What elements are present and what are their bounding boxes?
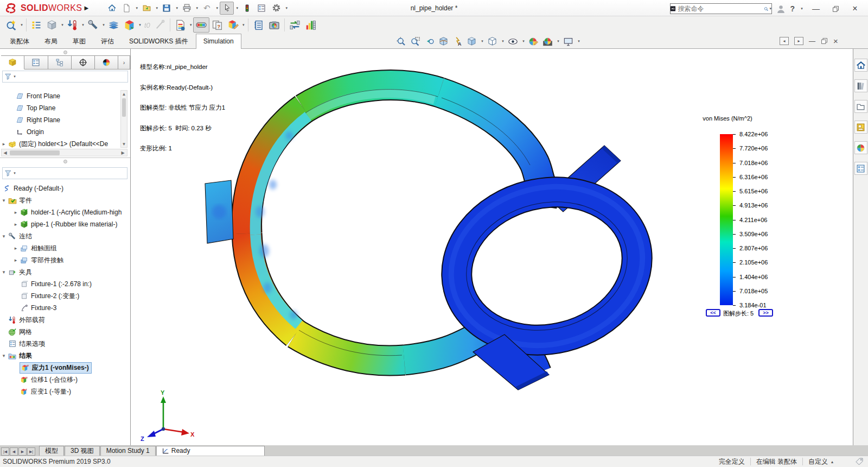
zoom-area-button[interactable] <box>409 35 422 48</box>
user-icon[interactable] <box>776 4 786 14</box>
scroll-up-arrow[interactable]: ▲ <box>121 91 127 97</box>
tree-item-front-plane[interactable]: Front Plane <box>0 90 119 102</box>
model-tab[interactable]: 模型 <box>39 446 64 456</box>
next-pane-button[interactable]: ▸ <box>794 37 803 45</box>
custom-status-caret[interactable]: ▴ <box>831 459 833 464</box>
panel-mid-splitter[interactable] <box>0 157 130 165</box>
search-icon[interactable] <box>764 5 768 13</box>
scroll-down-arrow[interactable]: ▼ <box>121 141 127 147</box>
view-settings-button[interactable] <box>562 35 575 48</box>
connections-caret[interactable]: ▾ <box>101 23 106 27</box>
configurationmanager-tab[interactable] <box>48 55 72 70</box>
run-study-button[interactable] <box>122 17 137 33</box>
apply-scene-caret[interactable]: ▾ <box>556 39 560 43</box>
sim-tree-fixture-1[interactable]: Fixture-1 (:-2.678 in:) <box>0 278 130 290</box>
sim-tree-connections[interactable]: ▾连结 <box>0 230 130 242</box>
hscroll-thumb[interactable] <box>10 150 60 155</box>
display-style-button[interactable] <box>486 35 499 48</box>
scroll-right-arrow[interactable]: ▶ <box>119 150 126 155</box>
sim-tree-results-folder[interactable]: ▾结果 <box>0 350 130 362</box>
sim-tree-external-loads[interactable]: 外部载荷 <box>0 314 130 326</box>
apply-material-button[interactable] <box>29 17 44 33</box>
save-button[interactable] <box>159 2 174 15</box>
featuremanager-tab[interactable] <box>1 55 24 70</box>
3d-views-tab[interactable]: 3D 视图 <box>65 446 100 456</box>
tree-item-right-plane[interactable]: Right Plane <box>0 114 119 126</box>
sim-tree-fixtures-folder[interactable]: ▾夹具 <box>0 266 130 278</box>
panel-top-splitter[interactable] <box>0 49 130 55</box>
save-caret[interactable]: ▾ <box>175 6 179 10</box>
design-library-button[interactable] <box>854 79 867 92</box>
apply-scene-button[interactable] <box>541 35 554 48</box>
zoom-fit-button[interactable] <box>395 35 407 48</box>
external-loads-caret[interactable]: ▾ <box>81 23 85 27</box>
sim-tree-pipe-part[interactable]: ▸pipe-1 (-Rubber like material-) <box>0 218 130 230</box>
view-orientation-button[interactable] <box>465 35 478 48</box>
sim-tree-holder-part[interactable]: ▸holder-1 (-Acrylic (Medium-high <box>0 206 130 218</box>
custom-status-button[interactable]: 自定义 <box>808 457 828 466</box>
sim-tree-component-contact[interactable]: ▸零部件接触 <box>0 254 130 266</box>
sim-tree-study[interactable]: Ready (-Default-) <box>0 182 130 194</box>
prev-tab-button[interactable]: ◀ <box>10 447 18 456</box>
traffic-light-icon[interactable] <box>240 2 254 15</box>
offload-simulation-button[interactable] <box>287 17 303 33</box>
displaymanager-tab[interactable] <box>95 55 118 70</box>
section-view-button[interactable] <box>437 35 450 48</box>
edit-appearance-button[interactable] <box>527 35 540 48</box>
collapse-arrow-icon[interactable]: ▾ <box>0 353 8 358</box>
run-study-caret[interactable]: ▾ <box>138 23 142 27</box>
sim-tree-fixture-2[interactable]: Fixture-2 (:变量:) <box>0 290 130 302</box>
tab-simulation[interactable]: Simulation <box>196 34 241 49</box>
print-button[interactable] <box>180 2 194 15</box>
close-pane-button[interactable]: × <box>833 36 838 46</box>
report-button[interactable] <box>251 17 266 33</box>
new-document-button[interactable] <box>119 2 133 15</box>
previous-pane-button[interactable]: ◂ <box>780 37 789 45</box>
open-button[interactable] <box>139 2 154 15</box>
external-loads-advisor-button[interactable] <box>65 17 80 33</box>
manage-cases-button[interactable] <box>303 17 318 33</box>
undo-caret[interactable]: ▾ <box>215 6 219 10</box>
home-button[interactable] <box>105 2 119 15</box>
close-button[interactable]: × <box>847 2 863 15</box>
shell-manager-button[interactable] <box>106 17 122 33</box>
motion-study-tab[interactable]: Motion Study 1 <box>100 446 156 456</box>
display-style-caret[interactable]: ▾ <box>501 39 505 43</box>
compare-results-button[interactable]: ? <box>209 17 225 33</box>
print-caret[interactable]: ▾ <box>195 6 199 10</box>
vscroll-thumb[interactable] <box>122 98 126 117</box>
sim-tree-contact-sets[interactable]: ▸相触面组 <box>0 242 130 254</box>
previous-view-button[interactable] <box>423 35 436 48</box>
help-button[interactable]: ? <box>790 4 795 13</box>
settings-caret[interactable]: ▾ <box>284 6 289 10</box>
ready-study-tab[interactable]: Ready <box>156 446 265 456</box>
help-caret[interactable]: ▾ <box>800 7 804 11</box>
search-input[interactable] <box>675 5 764 12</box>
tab-addins[interactable]: SOLIDWORKS 插件 <box>122 34 196 48</box>
restore-button[interactable] <box>828 2 843 15</box>
sim-tree-parts-folder[interactable]: ▾零件 <box>0 194 130 206</box>
filter-caret[interactable]: ▾ <box>12 74 17 79</box>
select-tool-button[interactable] <box>220 2 234 15</box>
results-advisor-caret[interactable]: ▾ <box>189 23 193 27</box>
minimize-button[interactable]: — <box>808 2 824 15</box>
tab-sketch[interactable]: 草图 <box>65 34 93 48</box>
selected-item-highlight[interactable]: σ应力1 (-vonMises-) <box>20 362 92 374</box>
tab-assembly[interactable]: 装配体 <box>2 34 37 48</box>
open-caret[interactable]: ▾ <box>155 6 159 10</box>
expand-arrow-icon[interactable]: ▸ <box>0 141 8 147</box>
first-tab-button[interactable]: |◀ <box>1 447 9 456</box>
propertymanager-tab[interactable] <box>24 55 48 70</box>
scroll-left-arrow[interactable]: ◀ <box>2 150 9 155</box>
fixtures-advisor-caret[interactable]: ▾ <box>60 23 65 27</box>
file-explorer-button[interactable] <box>854 100 867 113</box>
view-palette-button[interactable] <box>854 121 867 134</box>
appearances-button[interactable] <box>854 141 867 154</box>
collapse-arrow-icon[interactable]: ▾ <box>0 198 8 203</box>
graphics-viewport[interactable]: 模型名称:nl_pipe_holder 实例名称:Ready(-Default-… <box>131 49 853 445</box>
filter-funnel-icon[interactable] <box>4 169 12 177</box>
options-list-button[interactable] <box>254 2 269 15</box>
last-tab-button[interactable]: ▶| <box>27 447 35 456</box>
connections-advisor-button[interactable] <box>85 17 101 33</box>
new-document-caret[interactable]: ▾ <box>135 6 139 10</box>
